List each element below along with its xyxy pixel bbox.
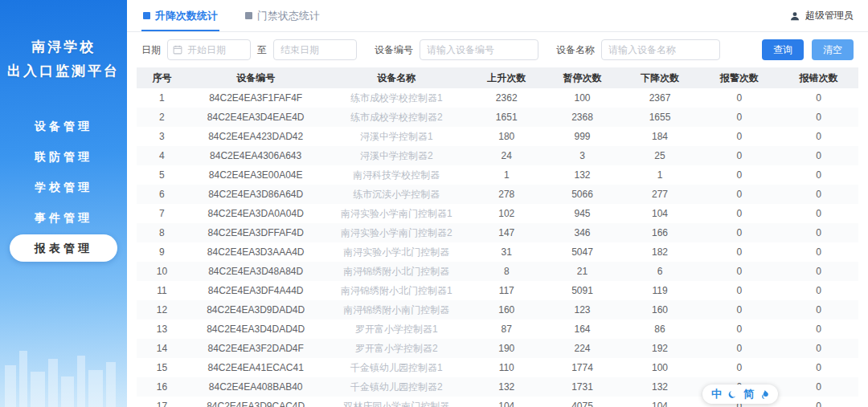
cell-pause-count: 5066 bbox=[544, 185, 620, 204]
end-date-input[interactable] bbox=[273, 39, 357, 60]
cell-rise-count: 160 bbox=[469, 300, 544, 319]
cell-alarm-count: 0 bbox=[699, 358, 779, 377]
cell-rise-count: 104 bbox=[469, 397, 544, 407]
cell-rise-count: 8 bbox=[469, 262, 544, 281]
cell-error-count: 0 bbox=[779, 88, 858, 108]
cell-alarm-count: 0 bbox=[699, 204, 779, 223]
cell-pause-count: 4075 bbox=[544, 397, 620, 407]
cell-rise-count: 110 bbox=[469, 358, 544, 377]
tab-square-icon bbox=[143, 12, 150, 19]
cell-device-code: 84C2E4EA3D3AAA4D bbox=[187, 242, 325, 262]
cell-rise-count: 132 bbox=[469, 377, 544, 397]
cell-pause-count: 100 bbox=[544, 88, 620, 108]
cell-alarm-count: 0 bbox=[699, 108, 779, 127]
cell-pause-count: 21 bbox=[544, 262, 620, 281]
cell-device-code: 84C2E4EA3D4EAE4D bbox=[187, 108, 325, 127]
tab-square-icon bbox=[245, 12, 252, 19]
ime-toolbar[interactable]: 中 简 bbox=[702, 385, 778, 404]
cell-rise-count: 117 bbox=[469, 281, 544, 300]
cell-alarm-count: 0 bbox=[699, 242, 779, 262]
cell-fall-count: 104 bbox=[620, 204, 700, 223]
cell-pause-count: 164 bbox=[544, 319, 620, 339]
ime-language-indicator[interactable]: 中 bbox=[711, 387, 722, 401]
ime-mode-indicator[interactable]: 简 bbox=[743, 387, 754, 401]
cell-device-code: 84C2E4EA41ECAC41 bbox=[187, 358, 325, 377]
table-row: 14 84C2E4EA3F2DAD4F 罗开富小学控制器2 190 224 19… bbox=[137, 339, 858, 358]
column-header: 上升次数 bbox=[469, 67, 544, 88]
cell-device-name: 南浔锦绣附小北门控制器 bbox=[324, 262, 469, 281]
device-code-label: 设备编号 bbox=[375, 43, 413, 57]
cell-alarm-count: 0 bbox=[699, 339, 779, 358]
table-row: 1 84C2E4EA3F1FAF4F 练市成校学校控制器1 2362 100 2… bbox=[137, 88, 858, 108]
search-button[interactable]: 查询 bbox=[762, 39, 804, 60]
flame-icon[interactable] bbox=[760, 389, 769, 399]
cell-fall-count: 100 bbox=[620, 358, 700, 377]
sidebar-item-joint-defense-management[interactable]: 联防管理 bbox=[10, 143, 117, 170]
table-row: 3 84C2E4EA423DAD42 浔溪中学控制器1 180 999 184 … bbox=[137, 127, 858, 146]
cell-alarm-count: 0 bbox=[699, 300, 779, 319]
cell-pause-count: 5047 bbox=[544, 242, 620, 262]
cell-alarm-count: 0 bbox=[699, 88, 779, 108]
cell-rise-count: 2362 bbox=[469, 88, 544, 108]
cell-device-code: 84C2E4EA3D48A84D bbox=[187, 262, 325, 281]
sidebar-item-device-management[interactable]: 设备管理 bbox=[10, 112, 117, 140]
cell-index: 4 bbox=[137, 146, 187, 165]
cell-index: 3 bbox=[137, 127, 187, 146]
cell-error-count: 0 bbox=[779, 300, 858, 319]
cell-error-count: 0 bbox=[779, 339, 858, 358]
sidebar-item-event-management[interactable]: 事件管理 bbox=[10, 204, 117, 231]
cell-error-count: 0 bbox=[779, 165, 858, 185]
sidebar-item-school-management[interactable]: 学校管理 bbox=[10, 173, 117, 201]
city-skyline-decoration bbox=[0, 335, 127, 407]
table-row: 15 84C2E4EA41ECAC41 千金镇幼儿园控制器1 110 1774 … bbox=[137, 358, 858, 377]
moon-icon[interactable] bbox=[728, 390, 737, 399]
cell-device-code: 84C2E4EA3F2DAD4F bbox=[187, 339, 325, 358]
device-name-input[interactable] bbox=[601, 39, 720, 60]
table-row: 6 84C2E4EA3D86A64D 练市沉渎小学控制器 278 5066 27… bbox=[137, 185, 858, 204]
cell-fall-count: 182 bbox=[620, 242, 700, 262]
cell-device-code: 84C2E4EA3DF4A44D bbox=[187, 281, 325, 300]
cell-error-count: 0 bbox=[779, 146, 858, 165]
cell-pause-count: 1774 bbox=[544, 358, 620, 377]
cell-device-name: 练市成校学校控制器1 bbox=[324, 88, 469, 108]
cell-error-count: 0 bbox=[779, 281, 858, 300]
cell-device-name: 千金镇幼儿园控制器2 bbox=[324, 377, 469, 397]
cell-index: 5 bbox=[137, 165, 187, 185]
cell-error-count: 0 bbox=[779, 127, 858, 146]
cell-device-name: 练市沉渎小学控制器 bbox=[324, 185, 469, 204]
cell-pause-count: 945 bbox=[544, 204, 620, 223]
cell-error-count: 0 bbox=[779, 358, 858, 377]
table-row: 11 84C2E4EA3DF4A44D 南浔锦绣附小北门控制器1 117 509… bbox=[137, 281, 858, 300]
cell-index: 16 bbox=[137, 377, 187, 397]
cell-index: 6 bbox=[137, 185, 187, 204]
filter-bar: 日期 至 设备编号 设备名称 查询 清空 bbox=[127, 32, 868, 67]
cell-index: 13 bbox=[137, 319, 187, 339]
table-row: 8 84C2E4EA3DFFAF4D 南浔实验小学南门控制器2 147 346 … bbox=[137, 223, 858, 242]
cell-fall-count: 1 bbox=[620, 165, 700, 185]
cell-index: 12 bbox=[137, 300, 187, 319]
cell-device-code: 84C2E4EA3D9DAD4D bbox=[187, 300, 325, 319]
cell-rise-count: 31 bbox=[469, 242, 544, 262]
sidebar-item-report-management[interactable]: 报表管理 bbox=[10, 234, 117, 262]
cell-fall-count: 6 bbox=[620, 262, 700, 281]
cell-rise-count: 87 bbox=[469, 319, 544, 339]
table-row: 10 84C2E4EA3D48A84D 南浔锦绣附小北门控制器 8 21 6 0… bbox=[137, 262, 858, 281]
user-menu[interactable]: 超级管理员 bbox=[789, 0, 854, 31]
cell-device-code: 84C2E4EA3E00A04E bbox=[187, 165, 325, 185]
tab-lift-count-stats[interactable]: 升降次数统计 bbox=[141, 0, 219, 31]
tab-label: 升降次数统计 bbox=[155, 9, 218, 23]
cell-index: 17 bbox=[137, 397, 187, 407]
cell-index: 11 bbox=[137, 281, 187, 300]
cell-fall-count: 86 bbox=[620, 319, 700, 339]
device-code-input[interactable] bbox=[420, 39, 538, 60]
table-row: 13 84C2E4EA3D4DAD4D 罗开富小学控制器1 87 164 86 … bbox=[137, 319, 858, 339]
clear-button[interactable]: 清空 bbox=[812, 39, 854, 60]
table-row: 9 84C2E4EA3D3AAA4D 南浔实验小学北门控制器 31 5047 1… bbox=[137, 242, 858, 262]
cell-device-code: 84C2E4EA3F1FAF4F bbox=[187, 88, 325, 108]
cell-device-name: 罗开富小学控制器2 bbox=[324, 339, 469, 358]
column-header: 报错次数 bbox=[779, 67, 858, 88]
sidebar-menu: 设备管理联防管理学校管理事件管理报表管理 bbox=[0, 112, 127, 262]
cell-device-code: 84C2E4EA3D9CAC4D bbox=[187, 397, 325, 407]
tab-access-status-stats[interactable]: 门禁状态统计 bbox=[244, 0, 321, 31]
cell-device-name: 南浔科技学校控制器 bbox=[324, 165, 469, 185]
